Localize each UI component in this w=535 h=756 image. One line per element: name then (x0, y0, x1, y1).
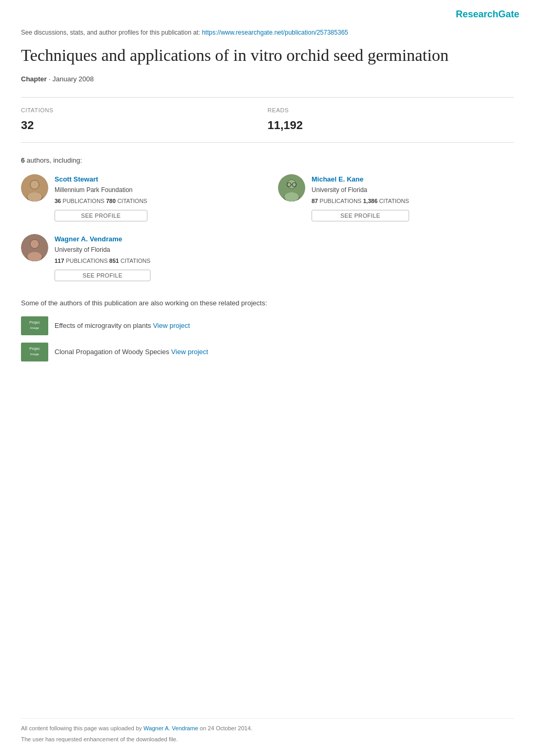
svg-point-8 (287, 180, 296, 188)
footer-uploader-name[interactable]: Wagner A. Vendrame (144, 725, 198, 731)
source-prefix: See discussions, stats, and author profi… (21, 29, 200, 36)
stats-row: CITATIONS 32 READS 11,192 (21, 97, 514, 143)
pub-date-separator: · (49, 75, 52, 83)
reads-block: READS 11,192 (268, 106, 514, 134)
svg-text:Image: Image (30, 353, 39, 356)
author-name-scott-stewart[interactable]: Scott Stewart (55, 174, 147, 185)
citations-value: 32 (21, 116, 268, 134)
publication-type-date: Chapter · January 2008 (21, 74, 514, 84)
project-thumb-microgravity: Projec Image (21, 316, 48, 335)
svg-point-4 (27, 192, 42, 201)
source-bar: See discussions, stats, and author profi… (0, 25, 535, 45)
pub-type-label: Chapter (21, 75, 47, 83)
author-affiliation-michael-kane: University of Florida (312, 185, 409, 195)
avatar-michael-kane (278, 174, 305, 201)
source-url[interactable]: https://www.researchgate.net/publication… (202, 29, 348, 36)
project-text-clonal: Clonal Propagation of Woody Species View… (55, 347, 208, 357)
author-stats-wagner-vendrame: 117 PUBLICATIONS 851 CITATIONS (55, 257, 151, 265)
svg-text:Image: Image (30, 326, 39, 329)
author-stats-scott-stewart: 36 PUBLICATIONS 780 CITATIONS (55, 197, 147, 206)
reads-value: 11,192 (268, 116, 514, 134)
ss-cit-count: 780 (106, 198, 115, 204)
project-static-text-clonal: Clonal Propagation of Woody Species (55, 348, 169, 356)
wv-pub-count: 117 (55, 258, 64, 264)
author-stats-michael-kane: 87 PUBLICATIONS 1,386 CITATIONS (312, 197, 409, 206)
mk-pub-label: PUBLICATIONS (319, 198, 363, 204)
svg-rect-18 (21, 316, 48, 335)
citations-label: CITATIONS (21, 106, 268, 115)
project-thumb-clonal: Projec Image (21, 343, 48, 361)
wv-cit-label: CITATIONS (121, 258, 151, 264)
mk-cit-label: CITATIONS (379, 198, 409, 204)
authors-grid: Scott Stewart Millennium Park Foundation… (21, 174, 514, 281)
reads-label: READS (268, 106, 514, 115)
author-name-michael-kane[interactable]: Michael E. Kane (312, 174, 409, 185)
ss-pub-label: PUBLICATIONS (62, 198, 106, 204)
ss-pub-count: 36 (55, 198, 61, 204)
see-profile-michael-kane[interactable]: SEE PROFILE (312, 210, 409, 221)
avatar-wagner-vendrame (21, 234, 48, 261)
page: ResearchGate See discussions, stats, and… (0, 0, 535, 756)
mk-pub-count: 87 (312, 198, 318, 204)
author-info-scott-stewart: Scott Stewart Millennium Park Foundation… (55, 174, 147, 221)
author-info-michael-kane: Michael E. Kane University of Florida 87… (312, 174, 409, 221)
svg-point-9 (284, 192, 299, 201)
svg-point-3 (30, 180, 39, 189)
svg-rect-21 (21, 343, 48, 361)
brand-name: ResearchGate (456, 7, 519, 22)
publication-title: Techniques and applications of in vitro … (21, 45, 514, 66)
author-affiliation-scott-stewart: Millennium Park Foundation (55, 185, 147, 195)
mk-cit-count: 1,386 (363, 198, 378, 204)
author-card-michael-kane: Michael E. Kane University of Florida 87… (278, 174, 514, 221)
top-bar: ResearchGate (0, 0, 535, 25)
ss-cit-label: CITATIONS (117, 198, 147, 204)
avatar-scott-stewart (21, 174, 48, 201)
see-profile-wagner-vendrame[interactable]: SEE PROFILE (55, 270, 151, 281)
pub-date: January 2008 (52, 75, 94, 83)
see-profile-scott-stewart[interactable]: SEE PROFILE (55, 210, 147, 221)
svg-text:Projec: Projec (29, 321, 40, 325)
project-item-microgravity: Projec Image Effects of microgravity on … (21, 316, 514, 335)
svg-text:Projec: Projec (29, 347, 40, 351)
project-link-microgravity[interactable]: View project (153, 322, 190, 329)
citations-block: CITATIONS 32 (21, 106, 268, 134)
footer-upload-line: All content following this page was uplo… (21, 724, 514, 733)
svg-point-16 (30, 240, 39, 248)
project-item-clonal: Projec Image Clonal Propagation of Woody… (21, 343, 514, 361)
author-card-wagner-vendrame: Wagner A. Vendrame University of Florida… (21, 234, 257, 281)
main-content: Techniques and applications of in vitro … (0, 45, 535, 361)
footer-upload-prefix: All content following this page was uplo… (21, 725, 142, 731)
footer-upload-date: on 24 October 2014. (200, 725, 252, 731)
author-info-wagner-vendrame: Wagner A. Vendrame University of Florida… (55, 234, 151, 281)
authors-heading: 6 authors, including: (21, 155, 514, 166)
author-name-wagner-vendrame[interactable]: Wagner A. Vendrame (55, 234, 151, 244)
related-projects-heading: Some of the authors of this publication … (21, 298, 514, 308)
project-text-microgravity: Effects of microgravity on plants View p… (55, 321, 190, 331)
project-link-clonal[interactable]: View project (171, 348, 208, 356)
project-static-text-microgravity: Effects of microgravity on plants (55, 322, 151, 329)
authors-count: 6 (21, 156, 25, 164)
wv-cit-count: 851 (109, 258, 119, 264)
footer: All content following this page was uplo… (21, 718, 514, 746)
authors-heading-suffix: authors, including: (27, 156, 82, 164)
svg-point-17 (27, 252, 42, 261)
footer-user-note: The user has requested enhancement of th… (21, 735, 514, 744)
author-card-scott-stewart: Scott Stewart Millennium Park Foundation… (21, 174, 257, 221)
wv-pub-label: PUBLICATIONS (66, 258, 109, 264)
author-affiliation-wagner-vendrame: University of Florida (55, 245, 151, 254)
